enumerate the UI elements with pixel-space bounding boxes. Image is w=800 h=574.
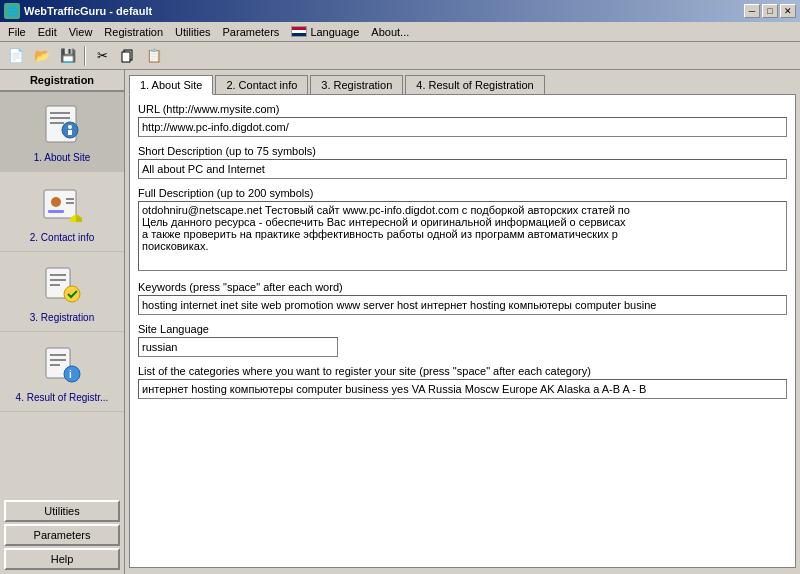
sidebar-item-about[interactable]: 1. About Site — [0, 92, 124, 172]
paste-button[interactable]: 📋 — [142, 45, 166, 67]
sidebar-item-result[interactable]: i 4. Result of Registr... — [0, 332, 124, 412]
svg-rect-23 — [50, 359, 66, 361]
short-desc-input[interactable] — [138, 159, 787, 179]
svg-point-20 — [64, 286, 80, 302]
content-area: 1. About Site 2. Contact info 3. Registr… — [125, 70, 800, 574]
sidebar: Registration 1. About Site — [0, 70, 125, 574]
new-button[interactable]: 📄 — [4, 45, 28, 67]
svg-rect-13 — [66, 202, 74, 204]
url-group: URL (http://www.mysite.com) — [138, 103, 787, 137]
svg-rect-1 — [122, 52, 130, 62]
url-input[interactable] — [138, 117, 787, 137]
maximize-button[interactable]: □ — [762, 4, 778, 18]
menu-language[interactable]: Language — [285, 24, 365, 40]
result-icon: i — [38, 340, 86, 388]
keywords-group: Keywords (press "space" after each word) — [138, 281, 787, 315]
short-desc-group: Short Description (up to 75 symbols) — [138, 145, 787, 179]
sidebar-label-result: 4. Result of Registr... — [16, 392, 109, 403]
menu-registration[interactable]: Registration — [98, 24, 169, 40]
menu-about[interactable]: About... — [365, 24, 415, 40]
categories-input[interactable] — [138, 379, 787, 399]
svg-rect-22 — [50, 354, 66, 356]
lang-label: Site Language — [138, 323, 787, 335]
menu-bar: File Edit View Registration Utilities Pa… — [0, 22, 800, 42]
svg-text:i: i — [69, 369, 72, 380]
svg-marker-14 — [76, 214, 82, 222]
flag-icon — [291, 26, 307, 37]
window-title: WebTrafficGuru - default — [24, 5, 152, 17]
tab-contact-info[interactable]: 2. Contact info — [215, 75, 308, 95]
categories-label: List of the categories where you want to… — [138, 365, 787, 377]
categories-group: List of the categories where you want to… — [138, 365, 787, 399]
tab-about-site[interactable]: 1. About Site — [129, 75, 213, 95]
cut-button[interactable]: ✂ — [90, 45, 114, 67]
tab-result[interactable]: 4. Result of Registration — [405, 75, 544, 95]
sidebar-item-registration[interactable]: 3. Registration — [0, 252, 124, 332]
svg-point-25 — [64, 366, 80, 382]
menu-edit[interactable]: Edit — [32, 24, 63, 40]
sidebar-header: Registration — [0, 70, 124, 92]
svg-rect-19 — [50, 284, 60, 286]
svg-point-7 — [68, 125, 72, 129]
keywords-label: Keywords (press "space" after each word) — [138, 281, 787, 293]
utilities-button[interactable]: Utilities — [4, 500, 120, 522]
registration-icon — [38, 260, 86, 308]
title-bar: 🌐 WebTrafficGuru - default ─ □ ✕ — [0, 0, 800, 22]
svg-rect-4 — [50, 117, 70, 119]
tab-bar: 1. About Site 2. Contact info 3. Registr… — [129, 74, 796, 94]
svg-rect-12 — [66, 198, 74, 200]
svg-rect-17 — [50, 274, 66, 276]
sidebar-label-registration: 3. Registration — [30, 312, 94, 323]
full-desc-textarea[interactable]: otdohniru@netscape.net Тестовый сайт www… — [138, 201, 787, 271]
menu-utilities[interactable]: Utilities — [169, 24, 216, 40]
form-panel: URL (http://www.mysite.com) Short Descri… — [129, 94, 796, 568]
url-label: URL (http://www.mysite.com) — [138, 103, 787, 115]
svg-rect-18 — [50, 279, 66, 281]
toolbar: 📄 📂 💾 ✂ 📋 — [0, 42, 800, 70]
full-desc-group: Full Description (up to 200 symbols) otd… — [138, 187, 787, 273]
parameters-button[interactable]: Parameters — [4, 524, 120, 546]
keywords-input[interactable] — [138, 295, 787, 315]
save-button[interactable]: 💾 — [56, 45, 80, 67]
open-button[interactable]: 📂 — [30, 45, 54, 67]
contact-info-icon — [38, 180, 86, 228]
about-site-icon — [38, 100, 86, 148]
lang-group: Site Language — [138, 323, 787, 357]
full-desc-label: Full Description (up to 200 symbols) — [138, 187, 787, 199]
menu-parameters[interactable]: Parameters — [217, 24, 286, 40]
menu-file[interactable]: File — [2, 24, 32, 40]
menu-view[interactable]: View — [63, 24, 99, 40]
toolbar-separator-1 — [84, 46, 86, 66]
close-button[interactable]: ✕ — [780, 4, 796, 18]
sidebar-label-about: 1. About Site — [34, 152, 91, 163]
svg-rect-8 — [68, 130, 72, 135]
main-layout: Registration 1. About Site — [0, 70, 800, 574]
svg-rect-24 — [50, 364, 60, 366]
tab-registration[interactable]: 3. Registration — [310, 75, 403, 95]
help-button[interactable]: Help — [4, 548, 120, 570]
svg-point-10 — [51, 197, 61, 207]
sidebar-label-contact: 2. Contact info — [30, 232, 94, 243]
sidebar-footer: Utilities Parameters Help — [0, 496, 124, 574]
app-icon: 🌐 — [4, 3, 20, 19]
minimize-button[interactable]: ─ — [744, 4, 760, 18]
short-desc-label: Short Description (up to 75 symbols) — [138, 145, 787, 157]
svg-rect-5 — [50, 122, 64, 124]
svg-rect-11 — [48, 210, 64, 213]
lang-input[interactable] — [138, 337, 338, 357]
copy-button[interactable] — [116, 45, 140, 67]
svg-rect-3 — [50, 112, 70, 114]
sidebar-item-contact[interactable]: 2. Contact info — [0, 172, 124, 252]
